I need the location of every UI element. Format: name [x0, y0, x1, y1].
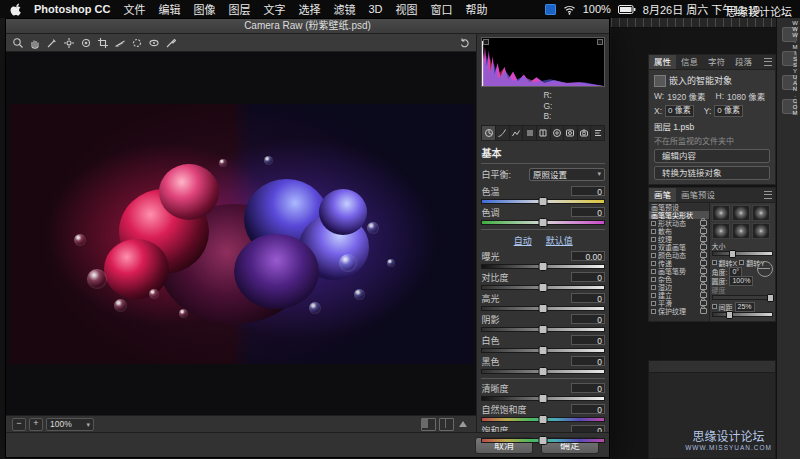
zoom-out-button[interactable]: − [12, 418, 26, 431]
hardness-slider[interactable] [712, 295, 773, 300]
dock-panel-icon[interactable] [782, 51, 797, 66]
dock-panel-icon[interactable] [782, 27, 797, 42]
red-eye-tool-icon[interactable] [146, 36, 161, 50]
highlight-clipping-toggle[interactable] [597, 39, 603, 45]
slider-value-field[interactable]: 0 [571, 335, 605, 345]
slider-knob[interactable] [729, 250, 736, 258]
default-link[interactable]: 默认值 [546, 234, 573, 247]
tab-basic[interactable] [482, 126, 496, 140]
slider-track[interactable] [481, 220, 605, 225]
checkbox[interactable] [651, 221, 656, 226]
slider-knob[interactable] [539, 197, 548, 206]
slider-value-field[interactable]: 0 [571, 404, 605, 414]
slider-value-field[interactable]: 0 [571, 186, 605, 196]
before-after-split-icon[interactable] [439, 418, 454, 431]
slider-knob[interactable] [539, 394, 548, 403]
zoom-tool-icon[interactable] [10, 36, 25, 50]
roundness-field[interactable]: 100% [729, 276, 753, 286]
zoom-level-select[interactable]: 100% [46, 418, 94, 431]
checkbox[interactable] [651, 269, 656, 274]
checkbox[interactable] [651, 245, 656, 250]
slider-knob[interactable] [767, 294, 774, 302]
wifi-icon[interactable] [563, 4, 576, 15]
slider-knob[interactable] [539, 346, 548, 355]
slider-track[interactable] [481, 199, 605, 204]
slider-track[interactable] [481, 396, 605, 401]
edit-contents-button[interactable]: 编辑内容 [654, 149, 770, 163]
tab-detail[interactable] [510, 126, 524, 140]
spacing-slider[interactable] [712, 312, 773, 317]
checkbox[interactable] [739, 260, 744, 265]
brush-tip-thumbnail[interactable] [732, 205, 750, 221]
menu-edit[interactable]: 编辑 [158, 1, 180, 17]
panel-menu-icon[interactable] [764, 58, 772, 66]
slider-track[interactable] [481, 306, 605, 311]
brush-size-slider[interactable] [712, 251, 773, 256]
tab-tone-curve[interactable] [496, 126, 510, 140]
slider-knob[interactable] [539, 325, 548, 334]
checkbox[interactable] [651, 301, 656, 306]
checkbox[interactable] [712, 260, 717, 265]
menubar-app-name[interactable]: Photoshop CC [34, 3, 110, 15]
tab-presets[interactable] [591, 126, 604, 140]
slider-track[interactable] [481, 264, 605, 269]
hand-tool-icon[interactable] [27, 36, 42, 50]
slider-knob[interactable] [539, 262, 548, 271]
menu-view[interactable]: 视图 [395, 1, 417, 17]
menu-filter[interactable]: 滤镜 [333, 1, 355, 17]
brush-tip-thumbnail[interactable] [752, 223, 770, 239]
checkbox[interactable] [712, 304, 717, 309]
crop-tool-icon[interactable] [95, 36, 110, 50]
slider-knob[interactable] [539, 218, 548, 227]
white-balance-tool-icon[interactable] [44, 36, 59, 50]
tab-brush-presets[interactable]: 画笔预设 [676, 188, 720, 202]
brush-tip-thumbnail[interactable] [752, 205, 770, 221]
checkbox[interactable] [651, 253, 656, 258]
auto-link[interactable]: 自动 [514, 234, 532, 247]
slider-track[interactable] [481, 438, 605, 443]
adjustment-brush-tool-icon[interactable] [163, 36, 178, 50]
swap-settings-icon[interactable] [457, 419, 470, 430]
slider-knob[interactable] [539, 367, 548, 376]
checkbox[interactable] [651, 285, 656, 290]
slider-value-field[interactable]: 0.00 [571, 251, 605, 261]
color-sampler-tool-icon[interactable] [61, 36, 76, 50]
tab-hsl-grayscale[interactable] [523, 126, 537, 140]
brush-tip-thumbnail[interactable] [712, 223, 730, 239]
image-preview-area[interactable] [6, 52, 476, 415]
slider-track[interactable] [481, 417, 605, 422]
lock-icon[interactable] [700, 308, 707, 314]
menu-file[interactable]: 文件 [123, 1, 145, 17]
convert-to-linked-button[interactable]: 转换为链接对象 [654, 166, 770, 180]
tab-split-toning[interactable] [537, 126, 551, 140]
tab-brush[interactable]: 画笔 [649, 188, 676, 202]
tab-info[interactable]: 信息 [676, 55, 703, 69]
slider-value-field[interactable]: 0 [571, 207, 605, 217]
checkbox[interactable] [651, 309, 656, 314]
shadow-clipping-toggle[interactable] [483, 39, 489, 45]
panel-menu-icon[interactable] [764, 191, 772, 199]
brush-angle-control[interactable] [757, 261, 773, 277]
y-value-field[interactable]: 0 像素 [714, 105, 743, 117]
white-balance-select[interactable]: 原照设置 [529, 168, 605, 181]
brush-tip-thumbnail[interactable] [712, 205, 730, 221]
slider-knob[interactable] [726, 311, 733, 319]
dock-panel-icon[interactable] [782, 99, 797, 114]
slider-track[interactable] [481, 327, 605, 332]
brush-setting-protect-texture[interactable]: 保护纹理 [649, 307, 709, 315]
dock-panel-icon[interactable] [782, 75, 797, 90]
apple-menu-icon[interactable] [10, 3, 21, 16]
checkbox[interactable] [651, 261, 656, 266]
checkbox[interactable] [651, 229, 656, 234]
menu-help[interactable]: 帮助 [465, 1, 487, 17]
slider-value-field[interactable]: 0 [571, 314, 605, 324]
zoom-in-button[interactable]: + [29, 418, 43, 431]
menu-layer[interactable]: 图层 [228, 1, 250, 17]
slider-knob[interactable] [539, 304, 548, 313]
slider-knob[interactable] [539, 436, 548, 445]
slider-track[interactable] [481, 348, 605, 353]
straighten-tool-icon[interactable] [112, 36, 127, 50]
rotate-tool-icon[interactable] [457, 36, 472, 50]
menu-select[interactable]: 选择 [298, 1, 320, 17]
menubar-clock[interactable]: 8月26日 周六 下午11:10 [643, 1, 760, 17]
